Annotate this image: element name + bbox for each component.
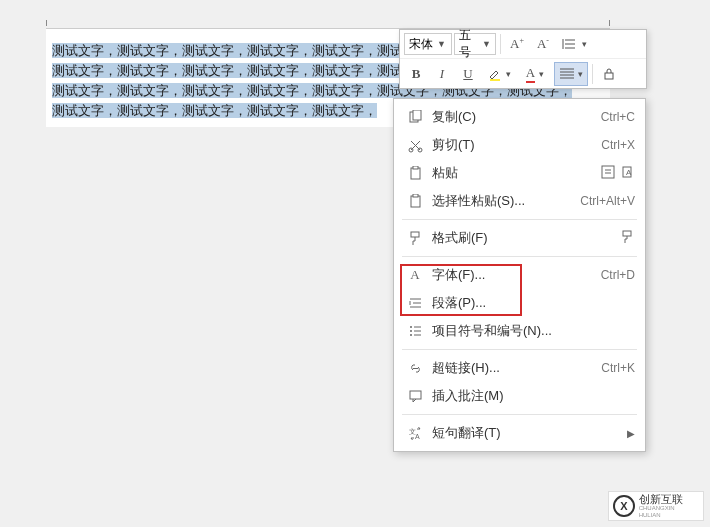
text-line[interactable]: 测试文字，测试文字，测试文字，测试文字，测试文字， <box>52 103 377 118</box>
menu-item-font[interactable]: A 字体(F)... Ctrl+D <box>394 261 645 289</box>
decrease-font-button[interactable]: A- <box>531 32 555 56</box>
underline-icon: U <box>463 66 472 82</box>
svg-point-15 <box>410 326 412 328</box>
mini-toolbar: 宋体 ▼ 五号 ▼ A+ A- ▾ B I U ▾ A ▾ <box>399 29 647 89</box>
comment-icon <box>404 389 426 404</box>
align-button[interactable]: ▾ <box>554 62 588 86</box>
paragraph-icon <box>404 296 426 311</box>
font-name-value: 宋体 <box>409 36 433 53</box>
menu-label: 段落(P)... <box>426 294 635 312</box>
hyperlink-icon <box>404 361 426 376</box>
separator <box>592 64 593 84</box>
svg-rect-3 <box>413 110 421 120</box>
format-painter-icon <box>404 231 426 246</box>
svg-point-17 <box>410 334 412 336</box>
ruler-marker-left <box>46 20 47 26</box>
copy-icon <box>404 110 426 125</box>
watermark-logo: X <box>613 495 635 517</box>
watermark-sub: CHUANGXIN HULIAN <box>639 505 699 519</box>
highlight-button[interactable]: ▾ <box>482 62 516 86</box>
bullets-icon <box>404 324 426 339</box>
menu-label: 短句翻译(T) <box>426 424 627 442</box>
menu-label: 插入批注(M) <box>426 387 635 405</box>
menu-separator <box>402 256 637 257</box>
svg-point-16 <box>410 330 412 332</box>
italic-button[interactable]: I <box>430 62 454 86</box>
menu-label: 选择性粘贴(S)... <box>426 192 580 210</box>
bold-icon: B <box>412 66 421 82</box>
svg-rect-0 <box>490 79 500 81</box>
ruler-marker-right <box>609 20 610 26</box>
font-color-icon: A <box>526 65 535 83</box>
menu-item-bullets[interactable]: 项目符号和编号(N)... <box>394 317 645 345</box>
dropdown-arrow-icon: ▾ <box>578 69 583 79</box>
font-name-select[interactable]: 宋体 ▼ <box>404 33 452 55</box>
menu-item-format-painter[interactable]: 格式刷(F) <box>394 224 645 252</box>
menu-item-cut[interactable]: 剪切(T) Ctrl+X <box>394 131 645 159</box>
paste-special-icon <box>404 194 426 209</box>
decrease-font-icon: A- <box>537 36 549 52</box>
format-painter-alt-icon[interactable] <box>621 230 635 247</box>
dropdown-arrow-icon: ▼ <box>482 39 491 49</box>
separator <box>500 34 501 54</box>
menu-item-paste[interactable]: 粘贴 A <box>394 159 645 187</box>
menu-item-hyperlink[interactable]: 超链接(H)... Ctrl+K <box>394 354 645 382</box>
menu-separator <box>402 219 637 220</box>
menu-label: 超链接(H)... <box>426 359 601 377</box>
font-color-button[interactable]: A ▾ <box>518 62 552 86</box>
dropdown-arrow-icon: ▾ <box>582 39 587 49</box>
svg-rect-13 <box>411 232 419 237</box>
lock-icon <box>602 67 616 81</box>
increase-font-icon: A+ <box>510 36 524 52</box>
menu-shortcut: Ctrl+C <box>601 110 635 124</box>
font-icon: A <box>404 267 426 283</box>
menu-item-translate[interactable]: 文A 短句翻译(T) ▶ <box>394 419 645 447</box>
svg-text:A: A <box>415 433 420 440</box>
underline-button[interactable]: U <box>456 62 480 86</box>
menu-separator <box>402 414 637 415</box>
menu-label: 字体(F)... <box>426 266 601 284</box>
svg-rect-7 <box>413 166 418 169</box>
dropdown-arrow-icon: ▼ <box>437 39 446 49</box>
increase-font-button[interactable]: A+ <box>505 32 529 56</box>
watermark: X 创新互联 CHUANGXIN HULIAN <box>608 491 704 521</box>
menu-item-comment[interactable]: 插入批注(M) <box>394 382 645 410</box>
svg-rect-12 <box>413 194 418 197</box>
dropdown-arrow-icon: ▾ <box>539 69 544 79</box>
menu-shortcut: Ctrl+Alt+V <box>580 194 635 208</box>
cut-icon <box>404 138 426 153</box>
watermark-logo-text: X <box>620 500 627 512</box>
menu-shortcut: Ctrl+K <box>601 361 635 375</box>
svg-rect-11 <box>411 196 420 207</box>
menu-shortcut: Ctrl+X <box>601 138 635 152</box>
menu-label: 复制(C) <box>426 108 601 126</box>
menu-shortcut: Ctrl+D <box>601 268 635 282</box>
context-menu: 复制(C) Ctrl+C 剪切(T) Ctrl+X 粘贴 A 选择性粘贴(S).… <box>393 98 646 452</box>
watermark-text: 创新互联 <box>639 494 699 505</box>
bold-button[interactable]: B <box>404 62 428 86</box>
dropdown-arrow-icon: ▾ <box>506 69 511 79</box>
menu-item-paste-special[interactable]: 选择性粘贴(S)... Ctrl+Alt+V <box>394 187 645 215</box>
menu-label: 格式刷(F) <box>426 229 615 247</box>
menu-item-paragraph[interactable]: 段落(P)... <box>394 289 645 317</box>
paste-unformatted-icon[interactable] <box>601 165 615 182</box>
menu-label: 项目符号和编号(N)... <box>426 322 635 340</box>
paste-keep-format-icon[interactable]: A <box>621 165 635 182</box>
svg-rect-18 <box>410 391 421 399</box>
font-size-value: 五号 <box>459 27 478 61</box>
menu-separator <box>402 349 637 350</box>
svg-rect-1 <box>605 73 613 79</box>
italic-icon: I <box>440 66 444 82</box>
line-spacing-icon <box>562 36 578 52</box>
font-size-select[interactable]: 五号 ▼ <box>454 33 496 55</box>
svg-text:A: A <box>626 168 632 177</box>
line-spacing-button[interactable]: ▾ <box>557 32 591 56</box>
submenu-arrow-icon: ▶ <box>627 428 635 439</box>
align-icon <box>560 68 574 80</box>
svg-rect-14 <box>623 231 631 236</box>
paste-icon <box>404 166 426 181</box>
menu-item-copy[interactable]: 复制(C) Ctrl+C <box>394 103 645 131</box>
svg-rect-6 <box>411 168 420 179</box>
lock-button[interactable] <box>597 62 621 86</box>
highlight-icon <box>488 67 502 81</box>
